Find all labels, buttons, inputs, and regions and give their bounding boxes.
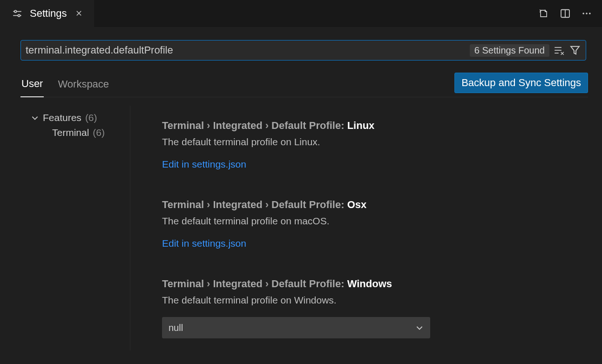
setting-default-profile-windows: Terminal›Integrated›Default Profile: Win… bbox=[162, 278, 572, 338]
toc-features-count: (6) bbox=[85, 112, 97, 123]
chevron-down-icon bbox=[31, 114, 39, 122]
split-editor-icon bbox=[560, 8, 570, 19]
setting-title: Terminal›Integrated›Default Profile: Win… bbox=[162, 278, 572, 290]
toc-terminal-label: Terminal bbox=[52, 127, 89, 138]
setting-description: The default terminal profile on Linux. bbox=[162, 136, 572, 148]
clear-filters-icon bbox=[554, 45, 564, 55]
setting-description: The default terminal profile on Windows. bbox=[162, 295, 572, 306]
svg-point-8 bbox=[582, 13, 584, 14]
select-value: null bbox=[169, 323, 183, 333]
svg-point-10 bbox=[589, 13, 591, 14]
filter-icon bbox=[570, 45, 580, 55]
clear-search-button[interactable] bbox=[553, 44, 565, 56]
edit-in-settings-json-link[interactable]: Edit in settings.json bbox=[162, 159, 246, 169]
open-changes-button[interactable] bbox=[537, 7, 551, 20]
setting-title: Terminal›Integrated›Default Profile: Osx bbox=[162, 199, 572, 211]
scope-tab-row: User Workspace Backup and Sync Settings bbox=[20, 73, 588, 97]
toc-terminal[interactable]: Terminal (6) bbox=[31, 125, 130, 140]
more-actions-button[interactable] bbox=[580, 7, 594, 20]
edit-in-settings-json-link[interactable]: Edit in settings.json bbox=[162, 238, 246, 249]
setting-default-profile-linux: Terminal›Integrated›Default Profile: Lin… bbox=[162, 120, 572, 170]
toc-terminal-count: (6) bbox=[93, 127, 105, 138]
svg-point-9 bbox=[586, 13, 588, 14]
backup-sync-button[interactable]: Backup and Sync Settings bbox=[454, 73, 588, 93]
ellipsis-icon bbox=[582, 8, 592, 19]
chevron-down-icon bbox=[415, 324, 424, 332]
title-actions bbox=[537, 7, 600, 20]
filter-button[interactable] bbox=[569, 44, 581, 56]
settings-search-input[interactable] bbox=[26, 44, 466, 56]
toc-features[interactable]: Features (6) bbox=[31, 110, 130, 125]
settings-icon bbox=[10, 7, 24, 20]
split-editor-button[interactable] bbox=[558, 7, 572, 20]
close-icon bbox=[75, 10, 82, 17]
editor-tab-settings[interactable]: Settings bbox=[0, 0, 94, 27]
settings-found-badge: 6 Settings Found bbox=[470, 44, 549, 57]
default-profile-windows-select[interactable]: null bbox=[162, 317, 430, 338]
settings-editor: 6 Settings Found User Workspace Backup a… bbox=[0, 27, 602, 364]
settings-toc: Features (6) Terminal (6) bbox=[20, 106, 130, 351]
svg-point-3 bbox=[18, 14, 20, 17]
toc-features-label: Features bbox=[43, 112, 81, 123]
tab-bar: Settings bbox=[0, 0, 602, 27]
settings-body: Features (6) Terminal (6) Terminal›Integ… bbox=[20, 106, 588, 351]
svg-point-1 bbox=[14, 10, 17, 13]
settings-list[interactable]: Terminal›Integrated›Default Profile: Lin… bbox=[130, 106, 588, 351]
settings-search-container: 6 Settings Found bbox=[20, 40, 586, 61]
tab-title: Settings bbox=[30, 7, 67, 20]
open-changes-icon bbox=[539, 8, 549, 19]
setting-description: The default terminal profile on macOS. bbox=[162, 216, 572, 227]
scope-tab-workspace[interactable]: Workspace bbox=[57, 75, 110, 97]
setting-default-profile-osx: Terminal›Integrated›Default Profile: Osx… bbox=[162, 199, 572, 249]
scope-tab-user[interactable]: User bbox=[20, 75, 44, 97]
close-tab-button[interactable] bbox=[73, 7, 86, 20]
setting-title: Terminal›Integrated›Default Profile: Lin… bbox=[162, 120, 572, 132]
